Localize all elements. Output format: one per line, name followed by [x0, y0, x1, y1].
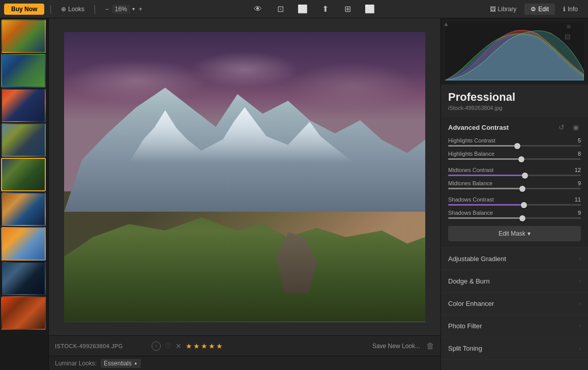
- rating-controls: ○ ♡ ✕ ★ ★ ★ ★ ★: [152, 341, 223, 351]
- edit-label: Edit: [538, 6, 549, 13]
- shadows-contrast-label: Shadows Contrast: [448, 196, 494, 203]
- midtones-balance-track[interactable]: [448, 188, 581, 189]
- circle-rating-button[interactable]: ○: [152, 341, 161, 351]
- thumb-7[interactable]: [1, 227, 46, 261]
- zoom-value[interactable]: 16%: [112, 5, 130, 14]
- reset-button[interactable]: ↺: [556, 122, 567, 132]
- toggle-button[interactable]: ◉: [571, 122, 581, 132]
- filmstrip: [0, 18, 49, 370]
- shadows-contrast-track[interactable]: [448, 204, 581, 206]
- thumb-4[interactable]: [1, 123, 46, 157]
- layers-button[interactable]: ≡: [567, 22, 571, 31]
- highlights-balance-row: Highlights Balance 8: [441, 150, 588, 163]
- thumb-3[interactable]: [1, 89, 46, 122]
- star-5[interactable]: ★: [216, 342, 223, 350]
- main-area: ISTOCK-499263804.JPG ○ ♡ ✕ ★ ★ ★ ★ ★ Sav…: [0, 18, 588, 370]
- color-enhancer-section[interactable]: Color Enhancer ›: [441, 293, 588, 315]
- status-bar: ISTOCK-499263804.JPG ○ ♡ ✕ ★ ★ ★ ★ ★ Sav…: [49, 335, 440, 356]
- highlights-contrast-value: 5: [571, 137, 581, 144]
- histogram-collapse-button[interactable]: ▲: [443, 20, 449, 27]
- split-toning-section[interactable]: Split Toning ›: [441, 337, 588, 360]
- star-rating[interactable]: ★ ★ ★ ★ ★: [186, 342, 223, 350]
- mountain-scene: [64, 32, 425, 322]
- info-tab[interactable]: ℹ Info: [557, 4, 584, 15]
- highlights-balance-value: 8: [571, 151, 581, 157]
- highlights-balance-track[interactable]: [448, 158, 581, 160]
- histogram-graph: [445, 22, 584, 80]
- photo-container: [49, 18, 440, 335]
- adjustable-gradient-arrow: ›: [579, 256, 581, 262]
- star-1[interactable]: ★: [186, 342, 192, 350]
- topbar-center-tools: 👁 ⊡ ⬜ ⬆ ⊞ ⬜: [149, 2, 480, 16]
- thumb-8[interactable]: [1, 262, 46, 295]
- split-toning-title: Split Toning: [448, 345, 482, 352]
- panel-content: Professional iStock-499263804.jpg Advanc…: [441, 84, 588, 370]
- midtones-contrast-track[interactable]: [448, 175, 581, 176]
- looks-selector-label: Essentials: [104, 360, 132, 367]
- reject-button[interactable]: ✕: [175, 342, 182, 350]
- split-view-button[interactable]: ⊡: [273, 2, 287, 16]
- shadows-balance-track[interactable]: [448, 217, 581, 219]
- buy-now-button[interactable]: Buy Now: [4, 4, 44, 15]
- star-4[interactable]: ★: [209, 342, 215, 350]
- filename-label: ISTOCK-499263804.JPG: [55, 343, 123, 349]
- star-3[interactable]: ★: [201, 342, 208, 350]
- highlights-contrast-label: Highlights Contrast: [448, 137, 495, 144]
- right-panel: ▲ ≡ ⊟ ☀ ◉ ☺ PRO: [440, 18, 588, 370]
- color-enhancer-title: Color Enhancer: [448, 300, 494, 307]
- zoom-dropdown-arrow[interactable]: ▾: [131, 6, 136, 12]
- panel-filename: iStock-499263804.jpg: [448, 105, 581, 111]
- save-new-look-button[interactable]: Save New Look...: [372, 343, 420, 350]
- edit-tab[interactable]: ⚙ Edit: [524, 4, 555, 15]
- compare-button[interactable]: ⬜: [296, 2, 310, 16]
- library-label: Library: [498, 6, 517, 13]
- export-button[interactable]: ⬆: [318, 2, 332, 16]
- eye-tool-button[interactable]: 👁: [251, 2, 265, 16]
- thumb-1[interactable]: [1, 19, 46, 53]
- photo-filter-section[interactable]: Photo Filter ›: [441, 315, 588, 337]
- fullscreen-button[interactable]: ⬜: [363, 2, 377, 16]
- library-tab[interactable]: 🖼 Library: [484, 4, 523, 15]
- zoom-minus-button[interactable]: −: [103, 6, 111, 13]
- star-2[interactable]: ★: [193, 342, 200, 350]
- luminar-looks-label: Luminar Looks:: [55, 360, 97, 367]
- adjustable-gradient-section[interactable]: Adjustable Gradient ›: [441, 248, 588, 270]
- canvas-area: ISTOCK-499263804.JPG ○ ♡ ✕ ★ ★ ★ ★ ★ Sav…: [49, 18, 440, 370]
- highlights-contrast-track[interactable]: [448, 145, 581, 147]
- looks-button[interactable]: ⊕ Looks: [57, 5, 89, 14]
- thumb-2[interactable]: [1, 54, 46, 88]
- topbar: Buy Now | ⊕ Looks | − 16% ▾ + 👁 ⊡ ⬜ ⬆ ⊞ …: [0, 0, 588, 18]
- info-icon: ℹ: [563, 6, 566, 13]
- looks-selector-dropdown[interactable]: Essentials ▲: [101, 359, 141, 368]
- histogram-area: ▲ ≡ ⊟ ☀ ◉ ☺ PRO: [441, 18, 588, 84]
- thumb-5[interactable]: [1, 158, 46, 191]
- looks-bar: Luminar Looks: Essentials ▲: [49, 356, 440, 370]
- advanced-contrast-section: Advanced Contrast ↺ ◉ Highlights Contras…: [441, 117, 588, 248]
- shadows-balance-row: Shadows Balance 9: [441, 209, 588, 222]
- heart-button[interactable]: ♡: [165, 342, 171, 350]
- photo-filter-arrow: ›: [579, 323, 581, 329]
- dodge-burn-section[interactable]: Dodge & Burn ›: [441, 270, 588, 293]
- looks-icon: ⊕: [61, 6, 66, 13]
- edit-mask-button[interactable]: Edit Mask ▾: [448, 226, 581, 241]
- midtones-balance-value: 9: [571, 180, 581, 186]
- trash-icon[interactable]: 🗑: [426, 341, 434, 351]
- dodge-burn-title: Dodge & Burn: [448, 277, 490, 285]
- midtones-contrast-value: 12: [571, 167, 581, 173]
- looks-selector-arrow: ▲: [134, 361, 138, 365]
- midtones-contrast-row: Midtones Contrast 12: [441, 166, 588, 179]
- grid-button[interactable]: ⊞: [340, 2, 355, 16]
- thumb-9[interactable]: [1, 296, 46, 330]
- advanced-contrast-header[interactable]: Advanced Contrast ↺ ◉: [441, 117, 588, 136]
- topbar-separator: |: [49, 4, 52, 14]
- zoom-plus-button[interactable]: +: [137, 6, 144, 13]
- photo-filter-title: Photo Filter: [448, 322, 482, 330]
- advanced-contrast-title: Advanced Contrast: [448, 124, 509, 131]
- compare-view-button[interactable]: ⊟: [565, 33, 571, 41]
- thumb-6[interactable]: [1, 192, 46, 226]
- edit-icon: ⚙: [531, 6, 536, 13]
- color-enhancer-arrow: ›: [579, 301, 581, 306]
- highlights-balance-label: Highlights Balance: [448, 151, 494, 157]
- midtones-balance-row: Midtones Balance 9: [441, 179, 588, 192]
- midtones-balance-label: Midtones Balance: [448, 180, 492, 186]
